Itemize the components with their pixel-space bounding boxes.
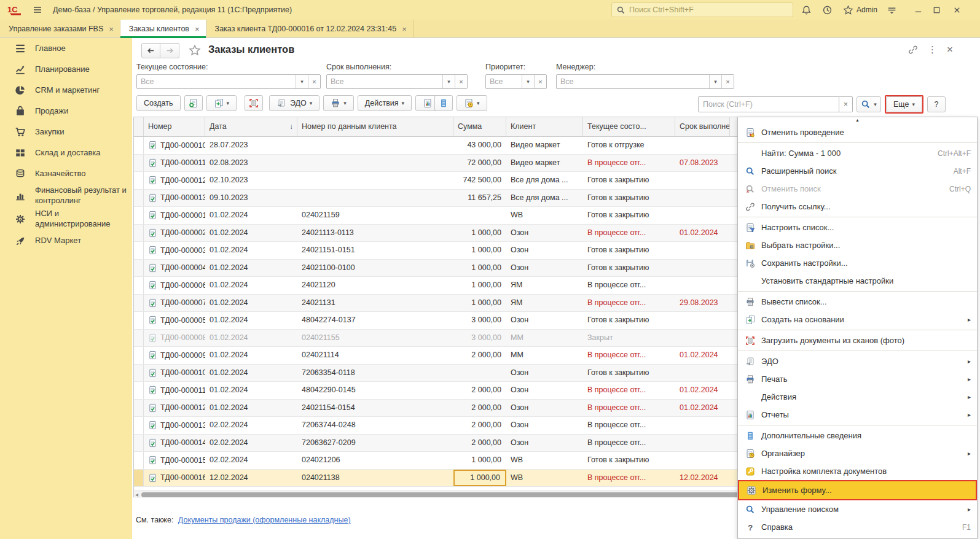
close-form-icon[interactable]: ×	[947, 45, 953, 55]
selected-cell-sum[interactable]: 1 000,00	[453, 470, 506, 487]
tab-close-icon[interactable]: ×	[109, 25, 114, 34]
menu-item-15[interactable]: Действия▸	[738, 388, 977, 406]
menu-item-2[interactable]: Найти: Сумма - 1 000Ctrl+Alt+F	[738, 144, 977, 162]
global-search-input[interactable]: Поиск Ctrl+Shift+F	[611, 2, 793, 17]
scrollbar-thumb[interactable]	[141, 492, 817, 497]
organizer-button[interactable]: ▾	[457, 95, 487, 111]
sidebar-item-3[interactable]: CRM и маркетинг	[0, 80, 132, 101]
menu-item-7[interactable]: Выбрать настройки...	[738, 236, 977, 254]
menu-item-14[interactable]: Печать▸	[738, 370, 977, 388]
menu-item-label: Установить стандартные настройки	[761, 276, 971, 285]
new-document-button[interactable]	[184, 95, 203, 111]
menu-item-16[interactable]: Отчеты▸	[738, 406, 977, 424]
favorites-icon[interactable]	[843, 5, 853, 15]
back-button[interactable]	[141, 43, 160, 58]
cell-text: В процессе отг...	[587, 421, 646, 429]
tab-3[interactable]: Заказ клиента ТД00-000016 от 12.02.2024 …	[206, 20, 414, 38]
add-favorite-star-icon[interactable]	[189, 44, 201, 56]
filter-clear-icon[interactable]: ×	[455, 75, 467, 88]
sidebar-item-8[interactable]: Финансовый результат и контроллинг	[0, 184, 132, 207]
menu-item-21[interactable]: Управление поиском▸	[738, 500, 977, 518]
sidebar-item-10[interactable]: RDV Маркет	[0, 231, 132, 252]
column-header-3[interactable]: Номер по данным клиента	[297, 117, 453, 136]
filter-dropdown-icon[interactable]: ▾	[522, 75, 534, 88]
minimize-button[interactable]	[914, 6, 923, 15]
menu-item-8[interactable]: Сохранить настройки...	[738, 254, 977, 272]
sidebar-item-2[interactable]: Планирование	[0, 59, 132, 80]
list-search-input[interactable]: Поиск (Ctrl+F)	[698, 96, 839, 112]
tab-close-icon[interactable]: ×	[195, 25, 200, 34]
filter-clear-icon[interactable]: ×	[534, 75, 546, 88]
filter-2: Срок выполнения:Все▾×	[326, 63, 468, 89]
tab-close-icon[interactable]: ×	[402, 25, 407, 34]
menu-icon-placeholder	[745, 149, 755, 158]
filter-combo[interactable]: Все▾×	[136, 74, 321, 89]
sidebar-item-4[interactable]: Продажи	[0, 101, 132, 122]
more-button[interactable]: Еще▾	[886, 96, 922, 112]
cell-text: 02.08.2023	[210, 158, 248, 167]
tab-2[interactable]: Заказы клиентов×	[120, 20, 206, 38]
menu-item-13[interactable]: ЭДО▸	[738, 352, 977, 370]
filter-combo[interactable]: Все▾×	[326, 74, 468, 89]
column-header-2[interactable]: Дата↓	[205, 117, 297, 136]
scroll-left-icon[interactable]: ◂	[135, 491, 138, 498]
notifications-icon[interactable]	[801, 5, 812, 15]
menu-item-10[interactable]: Вывести список...	[738, 293, 977, 311]
cell-text: Видео маркет	[511, 141, 560, 149]
create-based-on-button[interactable]: ▾	[206, 95, 237, 111]
help-button[interactable]: ?	[927, 96, 946, 112]
row-marker	[134, 330, 144, 347]
service-settings-icon[interactable]	[887, 5, 897, 15]
column-header-6[interactable]: Текущее состо...	[583, 117, 675, 136]
menu-item-9[interactable]: Установить стандартные настройки	[738, 272, 977, 290]
sidebar-item-1[interactable]: Главное	[0, 38, 132, 59]
filter-combo[interactable]: Все▾×	[485, 74, 547, 89]
filter-clear-icon[interactable]: ×	[721, 75, 734, 88]
menu-item-19[interactable]: Настройка комплекта документов	[738, 462, 977, 480]
print-button[interactable]: ▾	[323, 95, 354, 111]
sidebar-item-9[interactable]: НСИ и администрирование	[0, 207, 132, 231]
history-icon[interactable]	[822, 5, 833, 15]
sidebar-item-6[interactable]: Склад и доставка	[0, 142, 132, 163]
menu-item-3[interactable]: Расширенный поискAlt+F	[738, 162, 977, 180]
kebab-menu-icon[interactable]: ⋮	[928, 45, 937, 55]
document-posted-icon	[148, 473, 157, 483]
main-menu-icon[interactable]	[32, 5, 43, 15]
sidebar-item-7[interactable]: Казначейство	[0, 163, 132, 184]
get-link-icon[interactable]	[908, 45, 918, 55]
edo-button[interactable]: ЭДО▾	[269, 95, 319, 111]
filter-dropdown-icon[interactable]: ▾	[709, 75, 721, 88]
tab-1[interactable]: Управление заказами FBS×	[0, 20, 120, 38]
cell-text: 3 000,00	[471, 333, 501, 342]
maximize-button[interactable]	[932, 6, 941, 15]
menu-item-6[interactable]: Настроить список...	[738, 219, 977, 236]
menu-item-11[interactable]: Создать на основании▸	[738, 311, 977, 328]
sales-documents-link[interactable]: Документы продажи (оформленные накладные…	[178, 516, 351, 524]
search-options-button[interactable]: ▾	[857, 96, 881, 112]
actions-button[interactable]: Действия▾	[358, 95, 412, 111]
menu-item-22[interactable]: ?СправкаF1	[738, 518, 977, 536]
additional-info-icon	[439, 98, 449, 108]
forward-button[interactable]	[160, 43, 179, 58]
filter-clear-icon[interactable]: ×	[308, 75, 320, 88]
menu-item-1[interactable]: Отменить проведение	[738, 123, 977, 141]
column-header-4[interactable]: Сумма	[453, 117, 506, 136]
additional-info-button[interactable]	[434, 95, 453, 111]
filter-combo[interactable]: Все▾×	[556, 74, 734, 89]
menu-item-18[interactable]: Органайзер▸	[738, 444, 977, 462]
column-header-5[interactable]: Клиент	[506, 117, 583, 136]
create-button[interactable]: Создать	[136, 95, 181, 111]
load-from-scans-button[interactable]	[245, 95, 263, 111]
menu-item-17[interactable]: Дополнительные сведения	[738, 427, 977, 444]
filter-dropdown-icon[interactable]: ▾	[296, 75, 308, 88]
menu-item-5[interactable]: Получить ссылку...	[738, 198, 977, 215]
sidebar-item-5[interactable]: Закупки	[0, 122, 132, 142]
menu-item-20[interactable]: Изменить форму...	[738, 480, 977, 500]
column-header-1[interactable]: Номер	[144, 117, 205, 136]
close-window-button[interactable]	[952, 6, 962, 15]
menu-item-12[interactable]: Загрузить документы из сканов (фото)	[738, 332, 977, 349]
column-header-7[interactable]: Срок выполнения	[675, 117, 730, 136]
clear-search-icon[interactable]: ×	[839, 96, 853, 112]
filter-dropdown-icon[interactable]: ▾	[442, 75, 455, 88]
user-menu[interactable]: Admin	[857, 6, 877, 14]
